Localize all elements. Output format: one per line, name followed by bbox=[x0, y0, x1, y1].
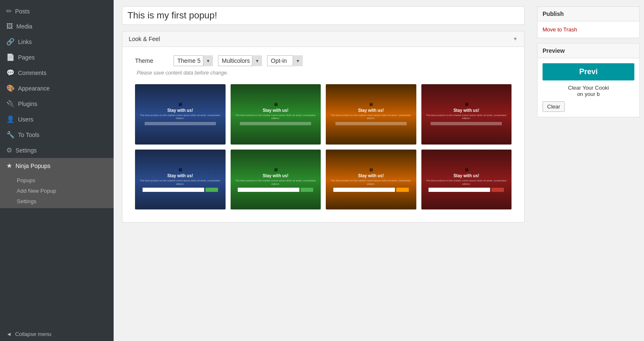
look-and-feel-panel: Look & Feel ▼ Theme Theme 1 Theme 2 Them… bbox=[122, 31, 525, 222]
thumb-icon-2: 🖥 bbox=[273, 102, 278, 107]
links-icon: 🔗 bbox=[6, 38, 15, 46]
sidebar: ✏ Posts 🖼 Media 🔗 Links 📄 Pages 💬 Commen… bbox=[0, 0, 114, 341]
sidebar-item-tools[interactable]: 🔧 To Tools bbox=[0, 127, 114, 142]
thumb-title-8: Stay with us! bbox=[453, 173, 479, 178]
thumb-bar-3 bbox=[335, 122, 407, 125]
theme-thumbnail-4[interactable]: 🖥 Stay with us! The best product on the … bbox=[421, 84, 512, 145]
thumb-icon-8: 🖥 bbox=[464, 167, 469, 172]
thumb-title-7: Stay with us! bbox=[358, 173, 384, 178]
theme-thumbnail-7[interactable]: 🖥 Stay with us! The best product on the … bbox=[326, 150, 416, 210]
ninja-sub-popups[interactable]: Popups bbox=[17, 175, 114, 186]
theme-label: Theme bbox=[135, 57, 169, 64]
theme-thumbnail-3[interactable]: 🖥 Stay with us! The best product on the … bbox=[326, 84, 416, 145]
theme-select[interactable]: Theme 1 Theme 2 Theme 3 Theme 4 Theme 5 … bbox=[174, 55, 213, 66]
look-and-feel-title: Look & Feel bbox=[129, 36, 160, 42]
thumb-text-2: The best product on the market Lorem ips… bbox=[234, 114, 318, 121]
ninja-popups-label: Ninja Popups bbox=[16, 163, 50, 169]
thumb-input-6 bbox=[238, 188, 299, 192]
publish-box-body: Move to Trash bbox=[538, 21, 639, 38]
sidebar-item-pages[interactable]: 📄 Pages bbox=[0, 49, 114, 65]
thumb-input-5 bbox=[143, 188, 204, 192]
media-icon: 🖼 bbox=[6, 23, 13, 30]
sidebar-item-label: Comments bbox=[18, 70, 47, 76]
thumb-text-8: The best product on the market Lorem ips… bbox=[425, 179, 509, 186]
right-panel: Publish Move to Trash Preview Previ Clea… bbox=[533, 0, 644, 235]
thumb-title-5: Stay with us! bbox=[167, 173, 193, 178]
pages-icon: 📄 bbox=[6, 53, 15, 61]
thumb-title-6: Stay with us! bbox=[262, 173, 288, 178]
thumb-text-4: The best product on the market Lorem ips… bbox=[425, 114, 509, 121]
theme-select-wrapper: Theme 1 Theme 2 Theme 3 Theme 4 Theme 5 … bbox=[174, 55, 213, 66]
thumb-title-2: Stay with us! bbox=[262, 108, 288, 113]
ninja-popups-section: ★ Ninja Popups Popups Add New Popup Sett… bbox=[0, 158, 114, 208]
sidebar-item-label: Links bbox=[18, 39, 32, 45]
sidebar-item-comments[interactable]: 💬 Comments bbox=[0, 65, 114, 80]
thumb-form-6 bbox=[238, 188, 313, 192]
thumb-title-3: Stay with us! bbox=[358, 108, 384, 113]
thumb-icon-3: 🖥 bbox=[369, 102, 373, 107]
clear-cookies-button[interactable]: Clear bbox=[543, 101, 565, 112]
sidebar-item-settings[interactable]: ⚙ Settings bbox=[0, 142, 114, 158]
theme-thumbnail-1[interactable]: 🖥 Stay with us! The best product on the … bbox=[135, 84, 226, 145]
chevron-down-icon: ▼ bbox=[513, 36, 518, 42]
ninja-sub-settings[interactable]: Settings bbox=[17, 196, 114, 207]
look-and-feel-header[interactable]: Look & Feel ▼ bbox=[122, 31, 524, 47]
sidebar-item-appearance[interactable]: 🎨 Appearance bbox=[0, 80, 114, 96]
main-content: Look & Feel ▼ Theme Theme 1 Theme 2 Them… bbox=[114, 0, 644, 341]
sidebar-item-media[interactable]: 🖼 Media bbox=[0, 19, 114, 34]
sidebar-item-label: Plugins bbox=[18, 101, 37, 107]
theme-row: Theme Theme 1 Theme 2 Theme 3 Theme 4 Th… bbox=[135, 55, 512, 66]
ninja-sub-add-new[interactable]: Add New Popup bbox=[17, 186, 114, 196]
theme-thumbnail-6[interactable]: 🖥 Stay with us! The best product on the … bbox=[231, 150, 321, 210]
ninja-popups-icon: ★ bbox=[6, 162, 12, 170]
thumb-text-1: The best product on the market Lorem ips… bbox=[138, 114, 222, 121]
collapse-icon: ◄ bbox=[6, 331, 12, 337]
appearance-icon: 🎨 bbox=[6, 84, 15, 92]
preview-cookie-text: Clear Your Cooki on your b bbox=[543, 85, 634, 97]
sidebar-item-label: Pages bbox=[18, 54, 35, 61]
users-icon: 👤 bbox=[6, 115, 15, 123]
thumb-btn-6 bbox=[301, 188, 313, 192]
preview-button[interactable]: Previ bbox=[543, 63, 634, 80]
sidebar-item-label: Settings bbox=[16, 147, 37, 154]
thumb-text-7: The best product on the market Lorem ips… bbox=[329, 179, 413, 186]
type-select[interactable]: Opt-in Opt-out bbox=[267, 55, 303, 66]
thumb-form-7 bbox=[333, 188, 409, 192]
ninja-popups-submenu: Popups Add New Popup Settings bbox=[0, 173, 114, 208]
thumb-icon-4: 🖥 bbox=[464, 102, 469, 107]
settings-icon: ⚙ bbox=[6, 146, 12, 154]
sidebar-item-posts[interactable]: ✏ Posts bbox=[0, 3, 114, 19]
sidebar-item-ninja-popups[interactable]: ★ Ninja Popups bbox=[0, 158, 114, 173]
thumb-text-5: The best product on the market Lorem ips… bbox=[138, 179, 222, 186]
sidebar-item-label: Media bbox=[16, 23, 32, 30]
collapse-menu-button[interactable]: ◄ Collapse menu bbox=[0, 327, 114, 341]
publish-box: Publish Move to Trash bbox=[537, 6, 640, 38]
thumb-bar-4 bbox=[431, 122, 502, 125]
theme-thumbnail-2[interactable]: 🖥 Stay with us! The best product on the … bbox=[231, 84, 321, 145]
move-to-trash-link[interactable]: Move to Trash bbox=[543, 26, 577, 33]
thumb-input-8 bbox=[428, 188, 490, 192]
thumb-btn-5 bbox=[205, 188, 218, 192]
thumb-form-8 bbox=[428, 188, 504, 192]
sidebar-item-plugins[interactable]: 🔌 Plugins bbox=[0, 96, 114, 111]
preview-box-body: Previ Clear Your Cooki on your b Clear bbox=[538, 58, 639, 117]
sidebar-item-label: To Tools bbox=[18, 132, 39, 138]
thumb-title-4: Stay with us! bbox=[453, 108, 479, 113]
tools-icon: 🔧 bbox=[6, 131, 15, 139]
theme-thumbnail-8[interactable]: 🖥 Stay with us! The best product on the … bbox=[421, 150, 512, 210]
thumb-icon-5: 🖥 bbox=[178, 167, 182, 172]
preview-box-header: Preview bbox=[538, 44, 639, 58]
sidebar-item-links[interactable]: 🔗 Links bbox=[0, 34, 114, 49]
content-area: Look & Feel ▼ Theme Theme 1 Theme 2 Them… bbox=[114, 0, 644, 235]
sidebar-item-users[interactable]: 👤 Users bbox=[0, 111, 114, 127]
thumb-btn-7 bbox=[396, 188, 409, 192]
comments-icon: 💬 bbox=[6, 69, 15, 77]
thumb-text-6: The best product on the market Lorem ips… bbox=[234, 179, 318, 186]
thumb-bar-2 bbox=[240, 122, 311, 125]
editor-panel: Look & Feel ▼ Theme Theme 1 Theme 2 Them… bbox=[114, 0, 533, 235]
theme-thumbnail-5[interactable]: 🖥 Stay with us! The best product on the … bbox=[135, 150, 226, 210]
popup-title-input[interactable] bbox=[122, 6, 525, 25]
color-select[interactable]: Multicolors Blue Green Red Orange bbox=[218, 55, 262, 66]
type-select-wrapper: Opt-in Opt-out ▼ bbox=[267, 55, 303, 66]
thumb-bar-1 bbox=[145, 122, 216, 125]
